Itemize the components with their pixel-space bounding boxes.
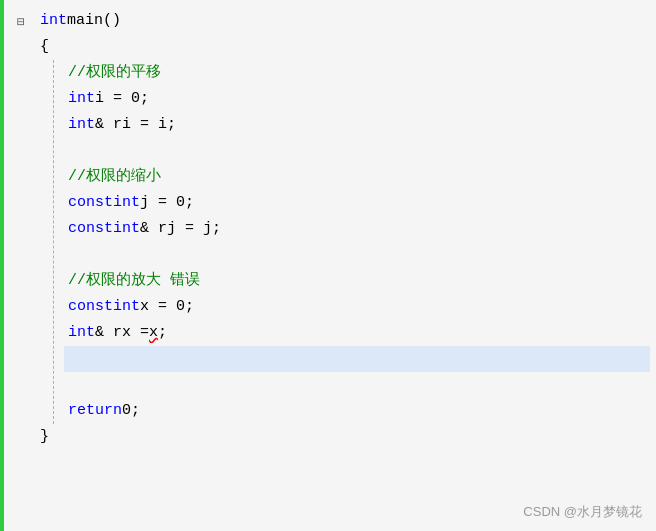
kw-const-x: const	[68, 294, 113, 320]
kw-int-j: int	[113, 190, 140, 216]
gutter: ⊟	[0, 0, 36, 531]
indent-guide	[40, 60, 68, 424]
line-empty-3	[68, 372, 646, 398]
line-empty-2	[68, 242, 646, 268]
line-return: return 0;	[68, 398, 646, 424]
line-const-x: const int x = 0;	[68, 294, 646, 320]
line-empty-1	[68, 138, 646, 164]
kw-int-x: int	[113, 294, 140, 320]
line-comment-expand: //权限的放大 错误	[68, 268, 646, 294]
kw-int-i: int	[68, 86, 95, 112]
comment-translate: //权限的平移	[68, 60, 161, 86]
indent-dashed-line	[53, 60, 54, 424]
kw-int-ri: int	[68, 112, 95, 138]
line-selected-empty	[64, 346, 650, 372]
kw-int-rx: int	[68, 320, 95, 346]
collapse-button[interactable]: ⊟	[6, 10, 36, 36]
kw-const-j: const	[68, 190, 113, 216]
var-rj-decl: & rj = j;	[140, 216, 221, 242]
indented-lines: //权限的平移 int i = 0; int& ri = i; //权限的缩	[68, 60, 646, 424]
line-int-rx: int& rx = x;	[68, 320, 646, 346]
editor: ⊟ int main() {	[0, 0, 656, 531]
green-accent-bar	[0, 0, 4, 531]
line-const-rj: const int& rj = j;	[68, 216, 646, 242]
var-rx-suffix: ;	[158, 320, 167, 346]
main-func-name: main()	[67, 8, 121, 34]
line-int-ri: int& ri = i;	[68, 112, 646, 138]
var-x-decl: x = 0;	[140, 294, 194, 320]
open-brace: {	[40, 34, 49, 60]
var-rx-prefix: & rx =	[95, 320, 149, 346]
return-val: 0;	[122, 398, 140, 424]
comment-expand: //权限的放大 错误	[68, 268, 200, 294]
line-const-j: const int j = 0;	[68, 190, 646, 216]
var-j-decl: j = 0;	[140, 190, 194, 216]
line-close-brace: }	[40, 424, 646, 450]
kw-return: return	[68, 398, 122, 424]
line-comment-shrink: //权限的缩小	[68, 164, 646, 190]
kw-const-rj: const	[68, 216, 113, 242]
comment-shrink: //权限的缩小	[68, 164, 161, 190]
close-brace: }	[40, 424, 49, 450]
line-open-brace: {	[40, 34, 646, 60]
line-int-i: int i = 0;	[68, 86, 646, 112]
keyword-int-main: int	[40, 8, 67, 34]
watermark: CSDN @水月梦镜花	[523, 503, 642, 521]
line-main-func: int main()	[40, 8, 646, 34]
kw-int-rj: int	[113, 216, 140, 242]
code-content: int main() { //权限的平移	[36, 0, 656, 531]
error-var-x: x	[149, 320, 158, 346]
var-ri-decl: & ri = i;	[95, 112, 176, 138]
indented-block: //权限的平移 int i = 0; int& ri = i; //权限的缩	[40, 60, 646, 424]
var-i-decl: i = 0;	[95, 86, 149, 112]
line-comment-translate: //权限的平移	[68, 60, 646, 86]
